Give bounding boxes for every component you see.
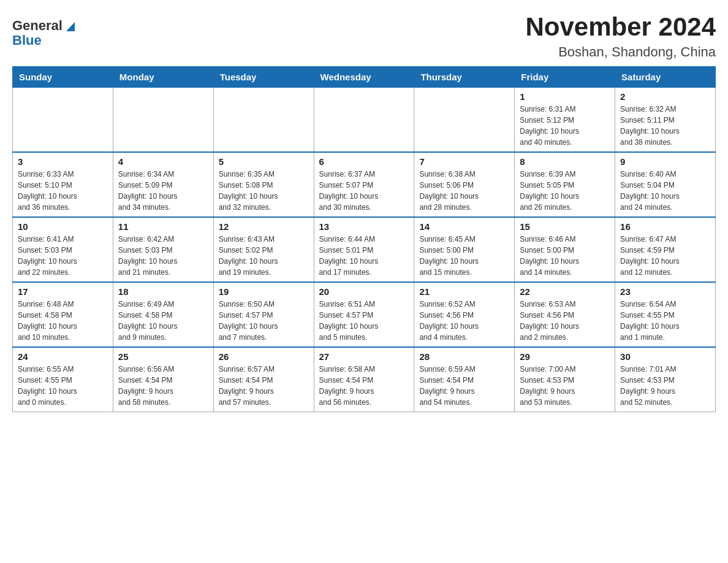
day-number: 13 xyxy=(319,221,409,232)
calendar-cell-w1-d3 xyxy=(213,88,314,153)
calendar-cell-w1-d6: 1Sunrise: 6:31 AM Sunset: 5:12 PM Daylig… xyxy=(515,88,615,153)
day-number: 8 xyxy=(520,156,610,167)
header-sunday: Sunday xyxy=(13,67,113,88)
calendar-week-5: 24Sunrise: 6:55 AM Sunset: 4:55 PM Dayli… xyxy=(13,347,716,412)
day-number: 1 xyxy=(520,91,610,102)
day-number: 30 xyxy=(620,351,710,362)
day-number: 11 xyxy=(118,221,208,232)
logo-triangle-icon xyxy=(64,19,77,33)
calendar-cell-w3-d3: 12Sunrise: 6:43 AM Sunset: 5:02 PM Dayli… xyxy=(213,217,314,282)
calendar-cell-w4-d6: 22Sunrise: 6:53 AM Sunset: 4:56 PM Dayli… xyxy=(515,282,615,347)
day-number: 9 xyxy=(620,156,710,167)
day-number: 25 xyxy=(118,351,208,362)
day-info: Sunrise: 6:32 AM Sunset: 5:11 PM Dayligh… xyxy=(620,104,710,148)
day-number: 17 xyxy=(18,286,108,297)
calendar-cell-w4-d3: 19Sunrise: 6:50 AM Sunset: 4:57 PM Dayli… xyxy=(213,282,314,347)
weekday-header-row: Sunday Monday Tuesday Wednesday Thursday… xyxy=(13,67,716,88)
calendar-week-4: 17Sunrise: 6:48 AM Sunset: 4:58 PM Dayli… xyxy=(13,282,716,347)
day-info: Sunrise: 6:45 AM Sunset: 5:00 PM Dayligh… xyxy=(419,234,509,278)
calendar-cell-w3-d6: 15Sunrise: 6:46 AM Sunset: 5:00 PM Dayli… xyxy=(515,217,615,282)
day-number: 26 xyxy=(219,351,309,362)
day-info: Sunrise: 6:48 AM Sunset: 4:58 PM Dayligh… xyxy=(18,299,108,343)
day-number: 10 xyxy=(18,221,108,232)
calendar-cell-w1-d4 xyxy=(314,88,414,153)
calendar-cell-w2-d4: 6Sunrise: 6:37 AM Sunset: 5:07 PM Daylig… xyxy=(314,152,414,217)
calendar-title: November 2024 xyxy=(525,12,716,42)
day-info: Sunrise: 6:42 AM Sunset: 5:03 PM Dayligh… xyxy=(118,234,208,278)
day-info: Sunrise: 7:00 AM Sunset: 4:53 PM Dayligh… xyxy=(520,364,610,408)
day-info: Sunrise: 6:35 AM Sunset: 5:08 PM Dayligh… xyxy=(219,169,309,213)
calendar-cell-w1-d2 xyxy=(113,88,213,153)
day-info: Sunrise: 6:59 AM Sunset: 4:54 PM Dayligh… xyxy=(419,364,509,408)
day-info: Sunrise: 6:31 AM Sunset: 5:12 PM Dayligh… xyxy=(520,104,610,148)
header-saturday: Saturday xyxy=(615,67,716,88)
calendar-cell-w2-d1: 3Sunrise: 6:33 AM Sunset: 5:10 PM Daylig… xyxy=(13,152,113,217)
day-number: 15 xyxy=(520,221,610,232)
calendar-cell-w5-d2: 25Sunrise: 6:56 AM Sunset: 4:54 PM Dayli… xyxy=(113,347,213,412)
day-info: Sunrise: 6:37 AM Sunset: 5:07 PM Dayligh… xyxy=(319,169,409,213)
calendar-cell-w4-d5: 21Sunrise: 6:52 AM Sunset: 4:56 PM Dayli… xyxy=(414,282,515,347)
logo: General Blue xyxy=(12,18,77,48)
day-info: Sunrise: 6:58 AM Sunset: 4:54 PM Dayligh… xyxy=(319,364,409,408)
calendar-cell-w5-d4: 27Sunrise: 6:58 AM Sunset: 4:54 PM Dayli… xyxy=(314,347,414,412)
day-info: Sunrise: 6:57 AM Sunset: 4:54 PM Dayligh… xyxy=(219,364,309,408)
calendar-cell-w4-d7: 23Sunrise: 6:54 AM Sunset: 4:55 PM Dayli… xyxy=(615,282,716,347)
day-info: Sunrise: 6:41 AM Sunset: 5:03 PM Dayligh… xyxy=(18,234,108,278)
header-monday: Monday xyxy=(113,67,213,88)
calendar-cell-w5-d6: 29Sunrise: 7:00 AM Sunset: 4:53 PM Dayli… xyxy=(515,347,615,412)
day-info: Sunrise: 7:01 AM Sunset: 4:53 PM Dayligh… xyxy=(620,364,710,408)
day-number: 16 xyxy=(620,221,710,232)
day-number: 29 xyxy=(520,351,610,362)
day-number: 4 xyxy=(118,156,208,167)
day-number: 20 xyxy=(319,286,409,297)
day-number: 18 xyxy=(118,286,208,297)
calendar-cell-w3-d1: 10Sunrise: 6:41 AM Sunset: 5:03 PM Dayli… xyxy=(13,217,113,282)
day-info: Sunrise: 6:51 AM Sunset: 4:57 PM Dayligh… xyxy=(319,299,409,343)
day-number: 27 xyxy=(319,351,409,362)
day-number: 19 xyxy=(219,286,309,297)
page-header: General Blue November 2024 Boshan, Shand… xyxy=(12,12,716,60)
day-info: Sunrise: 6:33 AM Sunset: 5:10 PM Dayligh… xyxy=(18,169,108,213)
calendar-week-1: 1Sunrise: 6:31 AM Sunset: 5:12 PM Daylig… xyxy=(13,88,716,153)
day-info: Sunrise: 6:43 AM Sunset: 5:02 PM Dayligh… xyxy=(219,234,309,278)
day-number: 3 xyxy=(18,156,108,167)
calendar-cell-w2-d3: 5Sunrise: 6:35 AM Sunset: 5:08 PM Daylig… xyxy=(213,152,314,217)
calendar-cell-w3-d7: 16Sunrise: 6:47 AM Sunset: 4:59 PM Dayli… xyxy=(615,217,716,282)
day-number: 6 xyxy=(319,156,409,167)
calendar-cell-w5-d3: 26Sunrise: 6:57 AM Sunset: 4:54 PM Dayli… xyxy=(213,347,314,412)
day-info: Sunrise: 6:54 AM Sunset: 4:55 PM Dayligh… xyxy=(620,299,710,343)
day-info: Sunrise: 6:50 AM Sunset: 4:57 PM Dayligh… xyxy=(219,299,309,343)
day-number: 12 xyxy=(219,221,309,232)
day-info: Sunrise: 6:38 AM Sunset: 5:06 PM Dayligh… xyxy=(419,169,509,213)
day-number: 21 xyxy=(419,286,509,297)
calendar-cell-w2-d5: 7Sunrise: 6:38 AM Sunset: 5:06 PM Daylig… xyxy=(414,152,515,217)
day-info: Sunrise: 6:53 AM Sunset: 4:56 PM Dayligh… xyxy=(520,299,610,343)
header-wednesday: Wednesday xyxy=(314,67,414,88)
day-info: Sunrise: 6:44 AM Sunset: 5:01 PM Dayligh… xyxy=(319,234,409,278)
day-info: Sunrise: 6:40 AM Sunset: 5:04 PM Dayligh… xyxy=(620,169,710,213)
day-number: 22 xyxy=(520,286,610,297)
calendar-cell-w5-d5: 28Sunrise: 6:59 AM Sunset: 4:54 PM Dayli… xyxy=(414,347,515,412)
calendar-subtitle: Boshan, Shandong, China xyxy=(525,44,716,60)
calendar-cell-w2-d7: 9Sunrise: 6:40 AM Sunset: 5:04 PM Daylig… xyxy=(615,152,716,217)
day-info: Sunrise: 6:56 AM Sunset: 4:54 PM Dayligh… xyxy=(118,364,208,408)
day-info: Sunrise: 6:46 AM Sunset: 5:00 PM Dayligh… xyxy=(520,234,610,278)
calendar-cell-w4-d1: 17Sunrise: 6:48 AM Sunset: 4:58 PM Dayli… xyxy=(13,282,113,347)
calendar-cell-w2-d2: 4Sunrise: 6:34 AM Sunset: 5:09 PM Daylig… xyxy=(113,152,213,217)
header-friday: Friday xyxy=(515,67,615,88)
calendar-cell-w1-d7: 2Sunrise: 6:32 AM Sunset: 5:11 PM Daylig… xyxy=(615,88,716,153)
calendar-cell-w2-d6: 8Sunrise: 6:39 AM Sunset: 5:05 PM Daylig… xyxy=(515,152,615,217)
header-tuesday: Tuesday xyxy=(213,67,314,88)
calendar-week-3: 10Sunrise: 6:41 AM Sunset: 5:03 PM Dayli… xyxy=(13,217,716,282)
day-number: 5 xyxy=(219,156,309,167)
calendar-cell-w5-d1: 24Sunrise: 6:55 AM Sunset: 4:55 PM Dayli… xyxy=(13,347,113,412)
svg-marker-0 xyxy=(66,22,75,31)
day-info: Sunrise: 6:34 AM Sunset: 5:09 PM Dayligh… xyxy=(118,169,208,213)
day-number: 23 xyxy=(620,286,710,297)
calendar-cell-w3-d4: 13Sunrise: 6:44 AM Sunset: 5:01 PM Dayli… xyxy=(314,217,414,282)
calendar-week-2: 3Sunrise: 6:33 AM Sunset: 5:10 PM Daylig… xyxy=(13,152,716,217)
day-info: Sunrise: 6:52 AM Sunset: 4:56 PM Dayligh… xyxy=(419,299,509,343)
logo-general-text: General xyxy=(12,18,63,33)
calendar-cell-w4-d2: 18Sunrise: 6:49 AM Sunset: 4:58 PM Dayli… xyxy=(113,282,213,347)
day-info: Sunrise: 6:55 AM Sunset: 4:55 PM Dayligh… xyxy=(18,364,108,408)
